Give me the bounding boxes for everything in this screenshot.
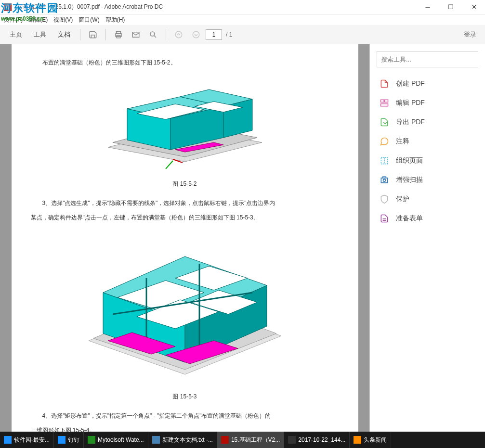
login-button[interactable]: 登录	[460, 28, 480, 41]
menu-view[interactable]: 视图(V)	[53, 16, 73, 24]
figure-15-5-3	[31, 230, 339, 384]
tool-label: 组织页面	[396, 156, 423, 165]
taskbar-app-icon	[152, 436, 160, 444]
taskbar-app-icon	[288, 436, 296, 444]
taskbar-label: 钉钉	[68, 436, 79, 444]
taskbar-item[interactable]: 软件园-最安...	[0, 432, 54, 448]
tool-label: 准备表单	[396, 214, 423, 223]
tool-icon	[380, 79, 389, 89]
svg-line-21	[166, 161, 173, 169]
page-up-button[interactable]	[171, 27, 186, 42]
taskbar-label: 2017-10-22_144...	[298, 436, 345, 443]
taskbar-item[interactable]: Mytoolsoft Wate...	[84, 432, 148, 448]
taskbar-app-icon	[354, 436, 361, 444]
tool-label: 保护	[396, 195, 409, 204]
menu-file[interactable]: 文件(F)	[4, 16, 23, 24]
figure-caption: 图 15-5-2	[31, 178, 339, 190]
tool-item-1[interactable]: 编辑 PDF	[370, 93, 485, 113]
menu-help[interactable]: 帮助(H)	[105, 16, 125, 24]
doc-text: 某点，确定构件边界"点击一点，左键，布置的满堂基（粉色）的三维图形如下图 15-…	[31, 212, 339, 223]
svg-rect-51	[288, 436, 296, 444]
email-button[interactable]	[128, 27, 144, 42]
svg-rect-46	[4, 436, 12, 444]
svg-rect-36	[381, 100, 384, 102]
tool-label: 增强扫描	[396, 176, 423, 184]
svg-rect-43	[383, 177, 386, 178]
title-bar: A 15.基础工程（V25.1.0）0007.pdf - Adobe Acrob…	[0, 0, 485, 14]
taskbar-label: Mytoolsoft Wate...	[98, 436, 144, 443]
figure-15-5-2	[31, 75, 339, 171]
taskbar-label: 新建文本文档.txt -...	[162, 436, 213, 444]
tab-tools[interactable]: 工具	[29, 27, 51, 42]
taskbar-item[interactable]: 头条新闻	[350, 432, 391, 448]
window-title: 15.基础工程（V25.1.0）0007.pdf - Adobe Acrobat…	[14, 3, 420, 11]
tools-search[interactable]	[377, 51, 478, 67]
taskbar-item[interactable]: 15.基础工程（V2...	[217, 432, 284, 448]
svg-rect-49	[152, 436, 160, 444]
tool-icon	[380, 175, 389, 185]
svg-rect-37	[385, 100, 388, 102]
taskbar-label: 头条新闻	[364, 436, 387, 444]
svg-point-42	[383, 179, 386, 181]
doc-text: 3、选择"点选生成"，提示"隐藏不需要的线条"，选择对象，点击鼠标右键，提示"点…	[31, 197, 339, 209]
taskbar-app-icon	[88, 436, 95, 444]
page-number-input[interactable]	[206, 29, 222, 40]
tool-item-7[interactable]: 准备表单	[370, 209, 485, 228]
close-button[interactable]: ✕	[467, 2, 481, 12]
taskbar-item[interactable]: 钉钉	[54, 432, 84, 448]
taskbar-label: 15.基础工程（V2...	[231, 436, 280, 444]
tab-home[interactable]: 主页	[5, 27, 27, 42]
tool-icon	[380, 214, 389, 223]
tool-icon	[380, 117, 389, 127]
tool-icon	[380, 156, 389, 166]
svg-rect-52	[354, 436, 361, 444]
pdf-page: 布置的满堂基础（粉色）的三维图形如下图 15-5-2。 图	[12, 44, 358, 432]
svg-rect-48	[88, 436, 95, 444]
search-button[interactable]	[145, 27, 161, 42]
minimize-button[interactable]: ─	[420, 2, 435, 12]
separator	[166, 29, 166, 40]
page-down-button[interactable]	[188, 27, 204, 42]
tools-panel: 创建 PDF编辑 PDF导出 PDF注释组织页面增强扫描保护准备表单	[369, 44, 485, 432]
svg-point-9	[193, 31, 199, 38]
svg-point-6	[150, 32, 155, 36]
svg-rect-50	[221, 436, 229, 444]
tool-icon	[380, 137, 389, 146]
tool-item-3[interactable]: 注释	[370, 132, 485, 151]
taskbar-item[interactable]: 新建文本文档.txt -...	[148, 432, 217, 448]
taskbar-app-icon	[4, 436, 12, 444]
svg-line-7	[154, 36, 156, 38]
svg-rect-47	[58, 436, 66, 444]
tool-label: 注释	[396, 137, 409, 146]
tool-item-6[interactable]: 保护	[370, 190, 485, 209]
doc-text: 4、选择"矩形布置"，提示"指定第一个角点" - "指定第二个角点"布置的满堂基…	[31, 410, 339, 422]
tab-document[interactable]: 文档	[53, 27, 75, 42]
save-button[interactable]	[85, 27, 101, 42]
maximize-button[interactable]: ☐	[444, 2, 458, 12]
doc-text: 三维图形如下图 15-5-4。	[31, 424, 339, 432]
menu-edit[interactable]: 编辑(E)	[28, 16, 48, 24]
tool-label: 导出 PDF	[396, 118, 425, 127]
menu-window[interactable]: 窗口(W)	[79, 16, 99, 24]
doc-text: 布置的满堂基础（粉色）的三维图形如下图 15-5-2。	[31, 57, 339, 68]
tool-label: 编辑 PDF	[396, 99, 425, 107]
tool-icon	[380, 194, 389, 204]
tool-item-0[interactable]: 创建 PDF	[370, 74, 485, 93]
taskbar-item[interactable]: 2017-10-22_144...	[284, 432, 350, 448]
tools-search-input[interactable]	[381, 56, 474, 63]
tool-item-4[interactable]: 组织页面	[370, 151, 485, 170]
taskbar-app-icon	[221, 436, 229, 444]
document-viewport[interactable]: 布置的满堂基础（粉色）的三维图形如下图 15-5-2。 图	[0, 44, 369, 432]
separator	[105, 29, 106, 40]
svg-text:A: A	[5, 5, 9, 10]
svg-rect-38	[381, 104, 388, 106]
taskbar-app-icon	[58, 436, 66, 444]
print-button[interactable]	[111, 27, 126, 42]
tool-icon	[380, 98, 389, 108]
tool-label: 创建 PDF	[396, 79, 425, 88]
toolbar: 主页 工具 文档 / 1 登录	[0, 25, 485, 44]
figure-caption: 图 15-5-3	[31, 391, 339, 402]
tool-item-2[interactable]: 导出 PDF	[370, 113, 485, 132]
tool-item-5[interactable]: 增强扫描	[370, 170, 485, 190]
svg-point-8	[175, 31, 182, 38]
